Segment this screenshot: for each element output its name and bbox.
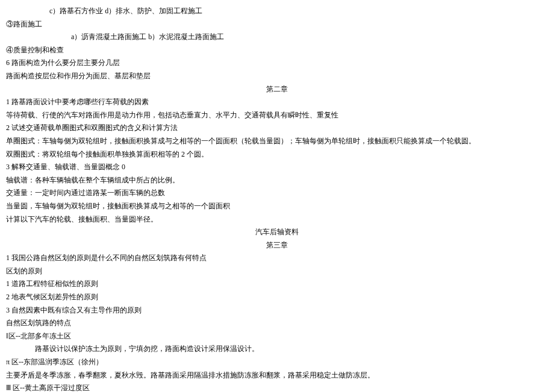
chapter-heading: 第三章 xyxy=(6,239,548,252)
text-line: 区划的原则 xyxy=(6,265,548,278)
text-line: Ⅲ 区--黄土高原干湿过度区 xyxy=(6,382,548,392)
text-line: 路基设计以保护冻土为原则，宁填勿挖，路面构造设计采用保温设计。 xyxy=(6,343,548,356)
text-line: 1 道路工程特征相似性的原则 xyxy=(6,278,548,291)
text-line: 自然区划筑路的特点 xyxy=(6,317,548,330)
text-line: 3 自然因素中既有综合又有主导作用的原则 xyxy=(6,304,548,317)
text-line: 交通量：一定时间内通过道路某一断面车辆的总数 xyxy=(6,187,548,200)
text-line: 等待荷载、行使的汽车对路面作用是动力作用，包括动态垂直力、水平力、交通荷载具有瞬… xyxy=(6,109,548,122)
text-line: ③路面施工 xyxy=(6,18,548,31)
text-line: 主要矛盾是冬季冻胀，春季翻浆，夏秋水毁。路基路面采用隔温排水措施防冻胀和翻浆，路… xyxy=(6,369,548,382)
text-line: 1 我国公路自然区划的原则是什么不同的自然区划筑路有何特点 xyxy=(6,252,548,265)
text-line: 单圈图式：车轴每侧为双轮组时，接触面积换算成与之相等的一个圆面积（轮载当量圆）；… xyxy=(6,135,548,148)
text-line: 轴载谱：各种车辆轴载在整个车辆组成中所占的比例。 xyxy=(6,174,548,187)
text-line: π 区--东部温润季冻区（徐州） xyxy=(6,356,548,369)
text-line: c）路基石方作业 d）排水、防护、加固工程施工 xyxy=(6,5,548,18)
text-line: 2 地表气候区划差异性的原则 xyxy=(6,291,548,304)
text-line: ④质量控制和检查 xyxy=(6,44,548,57)
chapter-heading: 第二章 xyxy=(6,83,548,96)
text-line: Ⅰ区--北部多年冻土区 xyxy=(6,330,548,343)
text-line: a）沥青混凝土路面施工 b）水泥混凝土路面施工 xyxy=(6,31,548,44)
text-line: 双圈图式：将双轮组每个接触面积单独换算面积相等的 2 个圆。 xyxy=(6,148,548,161)
section-heading: 汽车后轴资料 xyxy=(6,226,548,239)
text-line: 3 解释交通量、轴载谱、当量圆概念 0 xyxy=(6,161,548,174)
text-line: 2 试述交通荷载单圈图式和双圈图式的含义和计算方法 xyxy=(6,122,548,135)
text-line: 6 路面构造为什么要分层主要分几层 xyxy=(6,57,548,70)
text-line: 计算以下汽车的轮载、接触面积、当量圆半径。 xyxy=(6,213,548,226)
text-line: 路面构造按层位和作用分为面层、基层和垫层 xyxy=(6,70,548,83)
text-line: 1 路基路面设计中要考虑哪些行车荷载的因素 xyxy=(6,96,548,109)
text-line: 当量圆，车轴每侧为双轮组时，接触面积换算成与之相等的一个圆面积 xyxy=(6,200,548,213)
